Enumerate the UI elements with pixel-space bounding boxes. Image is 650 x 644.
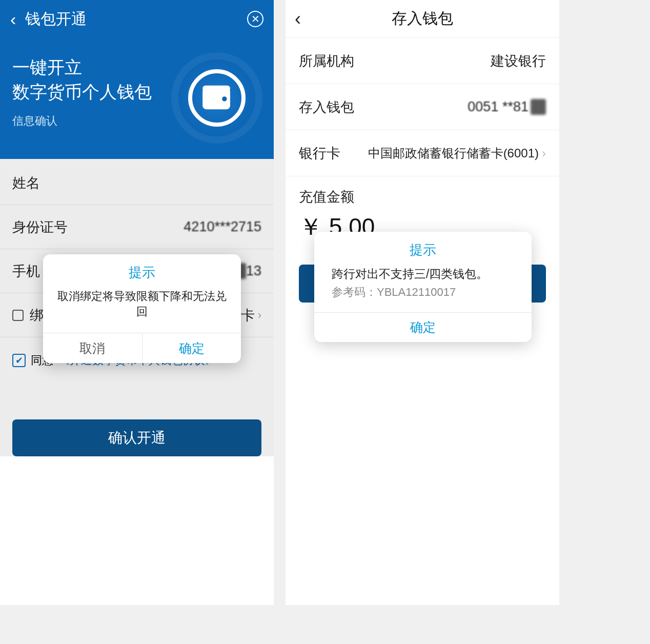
confirm-open-button[interactable]: 确认开通 xyxy=(12,419,261,456)
org-value: 建设银行 xyxy=(491,52,546,70)
page-title: 钱包开通 xyxy=(25,9,247,30)
chevron-right-icon: › xyxy=(258,309,261,322)
header-bar: ‹ 存入钱包 xyxy=(286,0,559,38)
alert-dialog: 提示 跨行对出不支持三/四类钱包。 参考码：YBLA12110017 确定 xyxy=(314,232,532,342)
phone-deposit: ‹ 存入钱包 所属机构 建设银行 存入钱包 0051 **8100 银行卡 中国… xyxy=(286,0,559,605)
agreement-row: ✔ 同意 《开通数字货币个人钱包协议》 xyxy=(0,337,274,373)
dialog-body: 跨行对出不支持三/四类钱包。 参考码：YBLA12110017 xyxy=(314,264,532,312)
ref-label: 参考码： xyxy=(332,286,377,298)
hero-banner: 一键开立 数字货币个人钱包 信息确认 xyxy=(0,38,274,159)
wallet-icon xyxy=(188,69,246,127)
svg-point-2 xyxy=(222,96,227,101)
phone-label: 手机 xyxy=(12,262,40,280)
page-title: 存入钱包 xyxy=(392,8,453,29)
dialog-title: 提示 xyxy=(314,232,532,264)
id-value: 4210***2715 xyxy=(184,219,261,235)
close-icon[interactable]: ✕ xyxy=(247,11,263,27)
svg-rect-1 xyxy=(202,86,230,91)
checkbox-unchecked-icon[interactable] xyxy=(12,310,24,321)
back-icon[interactable]: ‹ xyxy=(10,9,16,29)
form-panel: 姓名 身份证号 4210***2715 手机 0000013 绑 卡 › ✔ xyxy=(0,159,274,456)
header-bar: ‹ 钱包开通 ✕ xyxy=(0,0,274,38)
dialog-ok-button[interactable]: 确定 xyxy=(314,312,532,342)
id-label: 身份证号 xyxy=(12,218,68,236)
checkbox-checked-icon[interactable]: ✔ xyxy=(12,354,26,367)
phone-value: 0000013 xyxy=(208,263,261,279)
dialog-message: 跨行对出不支持三/四类钱包。 xyxy=(332,265,514,284)
wallet-value: 0051 **8100 xyxy=(468,99,546,115)
row-id[interactable]: 身份证号 4210***2715 xyxy=(0,205,274,249)
wallet-badge xyxy=(178,59,255,136)
back-icon[interactable]: ‹ xyxy=(295,8,301,30)
row-org: 所属机构 建设银行 xyxy=(286,38,559,84)
card-value: 中国邮政储蓄银行储蓄卡(6001) xyxy=(368,145,539,162)
org-label: 所属机构 xyxy=(299,52,354,70)
row-bankcard[interactable]: 银行卡 中国邮政储蓄银行储蓄卡(6001) › xyxy=(286,130,559,176)
bindcard-label: 绑 xyxy=(30,306,44,325)
row-wallet[interactable]: 存入钱包 0051 **8100 xyxy=(286,84,559,130)
agree-text: 同意 xyxy=(31,353,53,368)
row-bindcard[interactable]: 绑 卡 › xyxy=(0,293,274,337)
row-phone[interactable]: 手机 0000013 xyxy=(0,249,274,293)
amount-label: 充值金额 xyxy=(286,176,559,206)
chevron-right-icon: › xyxy=(542,146,546,160)
name-label: 姓名 xyxy=(12,174,40,192)
agreement-link[interactable]: 《开通数字货币个人钱包协议》 xyxy=(58,353,216,368)
phone-wallet-open: ‹ 钱包开通 ✕ 一键开立 数字货币个人钱包 信息确认 姓名 身份证号 4210… xyxy=(0,0,274,605)
wallet-label: 存入钱包 xyxy=(299,98,354,116)
ref-code: YBLA12110017 xyxy=(377,286,456,298)
card-label: 银行卡 xyxy=(299,144,340,163)
bindcard-hint: 卡 xyxy=(241,306,255,325)
row-name[interactable]: 姓名 xyxy=(0,161,274,205)
